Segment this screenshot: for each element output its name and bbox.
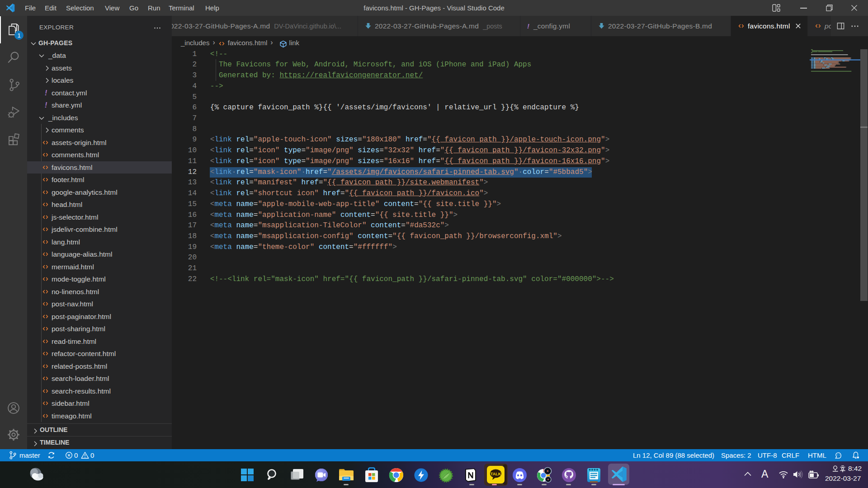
svg-text:TALK: TALK bbox=[491, 472, 501, 476]
